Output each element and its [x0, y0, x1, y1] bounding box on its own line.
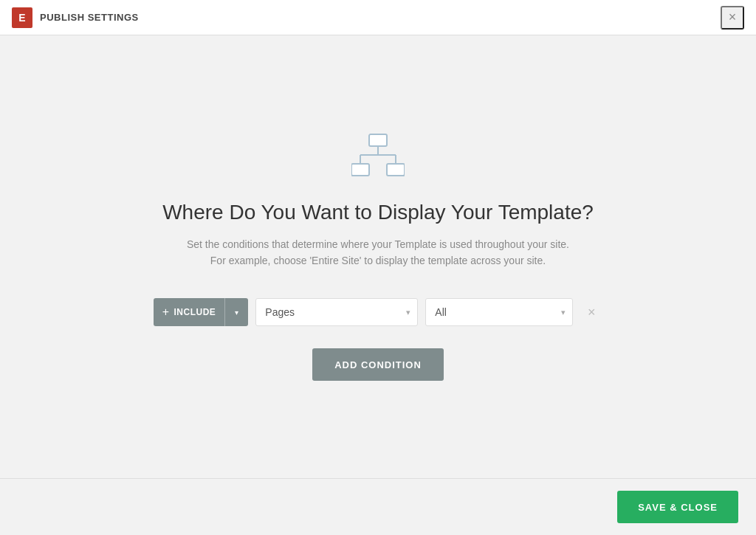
- dialog-title: PUBLISH SETTINGS: [40, 12, 139, 23]
- remove-condition-button[interactable]: ×: [580, 301, 602, 323]
- network-icon: [351, 133, 405, 180]
- titlebar: E PUBLISH SETTINGS ×: [0, 0, 756, 35]
- publish-settings-dialog: E PUBLISH SETTINGS ×: [0, 0, 756, 535]
- plus-icon: +: [162, 306, 170, 319]
- all-select[interactable]: All: [425, 298, 573, 326]
- svg-rect-6: [387, 164, 405, 176]
- include-button[interactable]: + INCLUDE ▾: [154, 298, 249, 326]
- pages-select-wrapper: Pages ▾: [255, 298, 418, 326]
- main-content: Where Do You Want to Display Your Templa…: [0, 35, 756, 478]
- save-close-button[interactable]: SAVE & CLOSE: [617, 491, 738, 523]
- main-heading: Where Do You Want to Display Your Templa…: [162, 201, 594, 224]
- include-dropdown-arrow[interactable]: ▾: [224, 298, 248, 326]
- add-condition-button[interactable]: ADD CONDITION: [312, 348, 444, 381]
- svg-rect-5: [351, 164, 369, 176]
- titlebar-left: E PUBLISH SETTINGS: [12, 7, 139, 28]
- app-logo: E: [12, 7, 32, 28]
- svg-rect-0: [369, 134, 387, 146]
- sub-text: Set the conditions that determine where …: [187, 236, 569, 269]
- include-label: INCLUDE: [174, 307, 216, 317]
- footer: SAVE & CLOSE: [0, 478, 756, 535]
- close-button[interactable]: ×: [721, 6, 744, 30]
- all-select-wrapper: All ▾: [425, 298, 573, 326]
- pages-select[interactable]: Pages: [255, 298, 418, 326]
- condition-row: + INCLUDE ▾ Pages ▾ All ▾ ×: [154, 298, 603, 326]
